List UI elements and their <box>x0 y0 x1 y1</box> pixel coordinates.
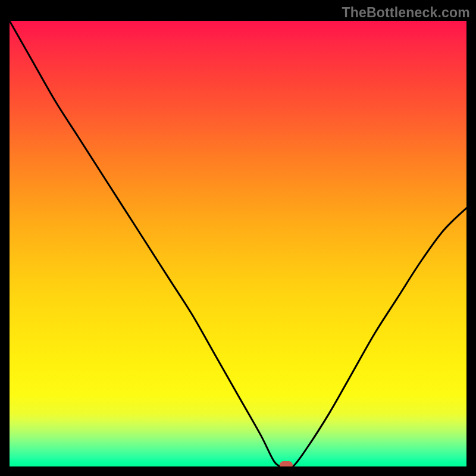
brand-watermark: TheBottleneck.com <box>0 5 476 21</box>
chart-frame: TheBottleneck.com <box>0 0 476 476</box>
plot-area <box>10 21 466 466</box>
bottleneck-curve <box>10 21 466 466</box>
optimal-point-marker <box>280 461 293 466</box>
